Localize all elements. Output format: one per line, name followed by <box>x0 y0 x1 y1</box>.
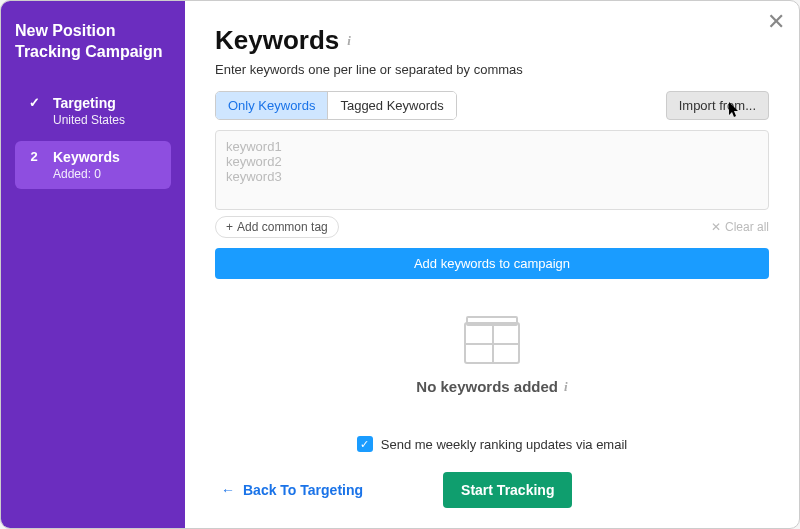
import-button-label: Import from... <box>679 98 756 113</box>
step-targeting[interactable]: ✓ Targeting United States <box>15 87 171 135</box>
step-number: 2 <box>25 149 43 164</box>
plus-icon: + <box>226 220 233 234</box>
check-icon: ✓ <box>25 95 43 110</box>
add-keywords-button[interactable]: Add keywords to campaign <box>215 248 769 279</box>
keyword-mode-tabs: Only Keywords Tagged Keywords <box>215 91 457 120</box>
clear-all-label: Clear all <box>725 220 769 234</box>
arrow-left-icon: ← <box>221 482 235 498</box>
empty-state: No keywords added i <box>215 285 769 432</box>
check-icon: ✓ <box>360 438 369 451</box>
weekly-email-label: Send me weekly ranking updates via email <box>381 437 627 452</box>
info-icon[interactable]: i <box>347 33 351 49</box>
main-panel: ✕ Keywords i Enter keywords one per line… <box>185 1 799 528</box>
back-button[interactable]: ← Back To Targeting <box>221 482 363 498</box>
add-common-tag-button[interactable]: + Add common tag <box>215 216 339 238</box>
wizard-sidebar: New Position Tracking Campaign ✓ Targeti… <box>1 1 185 528</box>
footer-actions: ← Back To Targeting Start Tracking <box>215 472 769 508</box>
page-subtitle: Enter keywords one per line or separated… <box>215 62 769 77</box>
add-tag-label: Add common tag <box>237 220 328 234</box>
tabs-row: Only Keywords Tagged Keywords Import fro… <box>215 91 769 120</box>
close-button[interactable]: ✕ <box>767 11 785 33</box>
weekly-email-row: ✓ Send me weekly ranking updates via ema… <box>215 436 769 452</box>
x-icon: ✕ <box>711 220 721 234</box>
tab-only-keywords[interactable]: Only Keywords <box>216 92 327 119</box>
empty-state-text: No keywords added i <box>416 378 567 395</box>
keywords-textarea[interactable] <box>215 130 769 210</box>
info-icon[interactable]: i <box>564 379 568 395</box>
clear-all-button[interactable]: ✕ Clear all <box>711 220 769 234</box>
tab-tagged-keywords[interactable]: Tagged Keywords <box>327 92 455 119</box>
close-icon: ✕ <box>767 9 785 34</box>
wizard-title: New Position Tracking Campaign <box>15 21 171 63</box>
weekly-email-checkbox[interactable]: ✓ <box>357 436 373 452</box>
grid-icon <box>464 322 520 364</box>
modal: New Position Tracking Campaign ✓ Targeti… <box>0 0 800 529</box>
page-title-text: Keywords <box>215 25 339 56</box>
page-title: Keywords i <box>215 25 769 56</box>
start-tracking-button[interactable]: Start Tracking <box>443 472 572 508</box>
textarea-actions: + Add common tag ✕ Clear all <box>215 216 769 238</box>
step-subtitle: Added: 0 <box>53 167 120 181</box>
step-keywords[interactable]: 2 Keywords Added: 0 <box>15 141 171 189</box>
step-title: Targeting <box>53 95 125 111</box>
import-button[interactable]: Import from... <box>666 91 769 120</box>
step-title: Keywords <box>53 149 120 165</box>
step-subtitle: United States <box>53 113 125 127</box>
back-label: Back To Targeting <box>243 482 363 498</box>
